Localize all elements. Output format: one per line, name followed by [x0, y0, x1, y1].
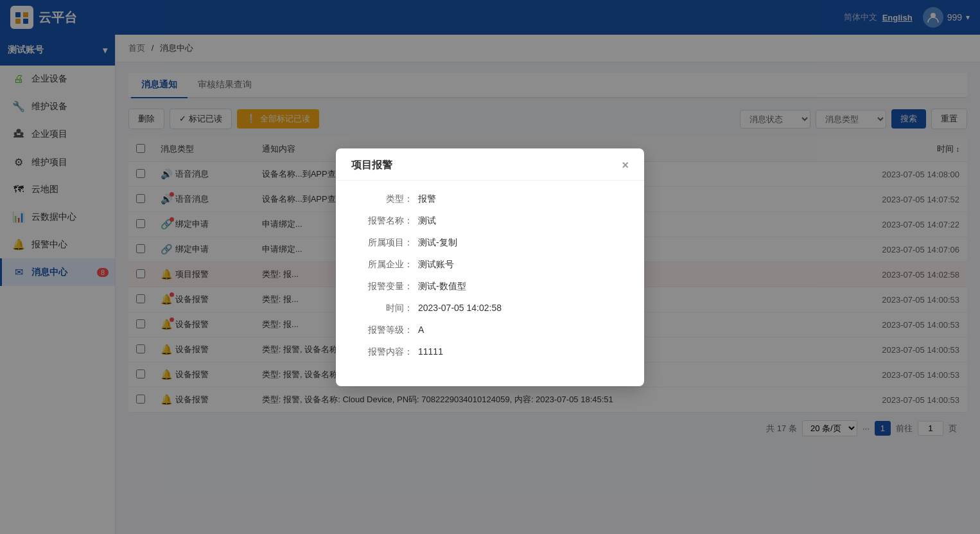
field-label: 报警变量：: [362, 281, 413, 292]
modal-field: 报警名称：测试: [362, 215, 618, 227]
field-value: 测试: [418, 215, 436, 227]
modal-body: 类型：报警报警名称：测试所属项目：测试-复制所属企业：测试账号报警变量：测试-数…: [336, 181, 644, 386]
modal-field: 时间：2023-07-05 14:02:58: [362, 303, 618, 314]
field-value: A: [418, 325, 424, 335]
field-value: 报警: [418, 193, 436, 205]
field-label: 报警名称：: [362, 215, 413, 227]
modal-field: 报警内容：11111: [362, 346, 618, 358]
modal-field: 报警变量：测试-数值型: [362, 281, 618, 292]
field-value: 2023-07-05 14:02:58: [418, 303, 502, 313]
field-value: 测试-复制: [418, 237, 457, 249]
field-label: 所属项目：: [362, 237, 413, 249]
field-value: 测试账号: [418, 259, 454, 271]
alert-modal: 项目报警 × 类型：报警报警名称：测试所属项目：测试-复制所属企业：测试账号报警…: [336, 148, 644, 386]
modal-title: 项目报警: [351, 159, 392, 172]
field-label: 报警内容：: [362, 346, 413, 358]
modal-overlay[interactable]: 项目报警 × 类型：报警报警名称：测试所属项目：测试-复制所属企业：测试账号报警…: [0, 0, 980, 534]
field-label: 时间：: [362, 303, 413, 314]
modal-field: 所属项目：测试-复制: [362, 237, 618, 249]
modal-header: 项目报警 ×: [336, 148, 644, 181]
field-value: 测试-数值型: [418, 281, 466, 292]
modal-field: 报警等级：A: [362, 325, 618, 336]
modal-close-button[interactable]: ×: [622, 159, 629, 171]
field-label: 所属企业：: [362, 259, 413, 271]
field-label: 类型：: [362, 193, 413, 205]
field-label: 报警等级：: [362, 325, 413, 336]
field-value: 11111: [418, 346, 443, 357]
modal-field: 所属企业：测试账号: [362, 259, 618, 271]
modal-field: 类型：报警: [362, 193, 618, 205]
